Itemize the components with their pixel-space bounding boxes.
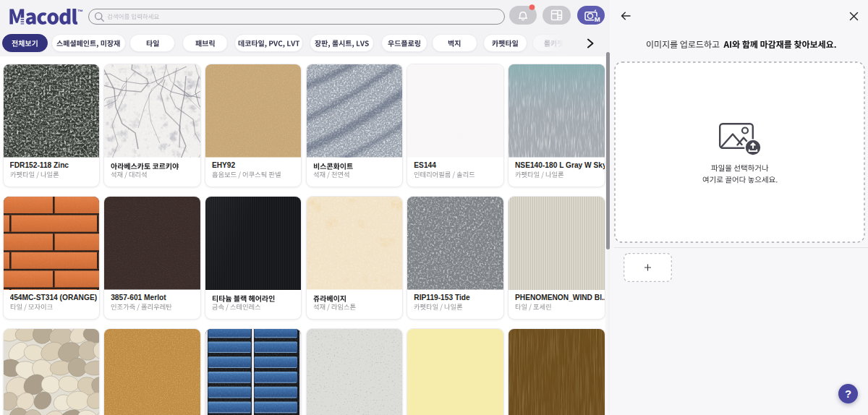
svg-text:M: M [595,15,600,23]
svg-text:™: ™ [77,9,83,15]
